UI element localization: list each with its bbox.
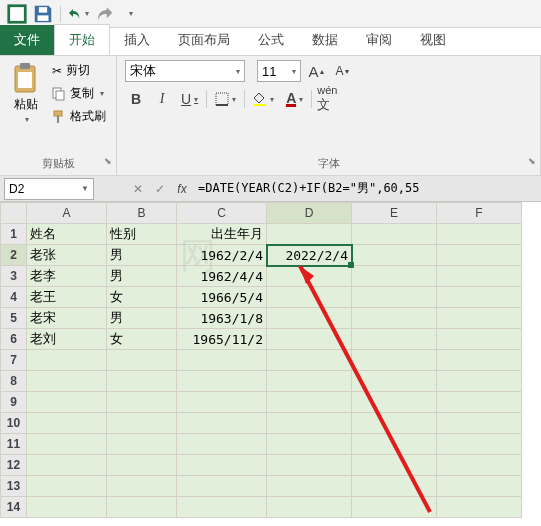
cell-E14[interactable] bbox=[352, 497, 437, 518]
cell-F6[interactable] bbox=[437, 329, 522, 350]
cell-F12[interactable] bbox=[437, 455, 522, 476]
cell-C12[interactable] bbox=[177, 455, 267, 476]
cell-A5[interactable]: 老宋 bbox=[27, 308, 107, 329]
font-name-select[interactable]: 宋体▾ bbox=[125, 60, 245, 82]
col-header-B[interactable]: B bbox=[107, 203, 177, 224]
cell-A4[interactable]: 老王 bbox=[27, 287, 107, 308]
cell-D12[interactable] bbox=[267, 455, 352, 476]
cell-C6[interactable]: 1965/11/2 bbox=[177, 329, 267, 350]
redo-icon[interactable] bbox=[93, 3, 115, 25]
cell-B7[interactable] bbox=[107, 350, 177, 371]
row-header-10[interactable]: 10 bbox=[1, 413, 27, 434]
col-header-E[interactable]: E bbox=[352, 203, 437, 224]
qat-customize-icon[interactable]: ▾ bbox=[119, 3, 141, 25]
cell-E6[interactable] bbox=[352, 329, 437, 350]
paste-button[interactable]: 粘贴 ▾ bbox=[8, 60, 44, 127]
cell-E2[interactable] bbox=[352, 245, 437, 266]
col-header-F[interactable]: F bbox=[437, 203, 522, 224]
cell-A9[interactable] bbox=[27, 392, 107, 413]
cell-A13[interactable] bbox=[27, 476, 107, 497]
cell-E3[interactable] bbox=[352, 266, 437, 287]
cell-B10[interactable] bbox=[107, 413, 177, 434]
cell-F8[interactable] bbox=[437, 371, 522, 392]
cell-D10[interactable] bbox=[267, 413, 352, 434]
cell-D2[interactable]: 2022/2/4 bbox=[267, 245, 352, 266]
tab-view[interactable]: 视图 bbox=[406, 25, 460, 55]
tab-page-layout[interactable]: 页面布局 bbox=[164, 25, 244, 55]
save-icon[interactable] bbox=[32, 3, 54, 25]
cell-C9[interactable] bbox=[177, 392, 267, 413]
cell-E8[interactable] bbox=[352, 371, 437, 392]
fx-icon[interactable]: fx bbox=[172, 179, 192, 199]
cell-D14[interactable] bbox=[267, 497, 352, 518]
cell-A6[interactable]: 老刘 bbox=[27, 329, 107, 350]
clipboard-expand-icon[interactable]: ⬊ bbox=[104, 156, 112, 166]
cell-F13[interactable] bbox=[437, 476, 522, 497]
cell-D4[interactable] bbox=[267, 287, 352, 308]
cut-button[interactable]: ✂剪切 bbox=[50, 60, 108, 81]
cell-C3[interactable]: 1962/4/4 bbox=[177, 266, 267, 287]
cell-C8[interactable] bbox=[177, 371, 267, 392]
cell-A3[interactable]: 老李 bbox=[27, 266, 107, 287]
cell-A10[interactable] bbox=[27, 413, 107, 434]
cell-D6[interactable] bbox=[267, 329, 352, 350]
cell-B9[interactable] bbox=[107, 392, 177, 413]
col-header-D[interactable]: D bbox=[267, 203, 352, 224]
cell-C4[interactable]: 1966/5/4 bbox=[177, 287, 267, 308]
tab-insert[interactable]: 插入 bbox=[110, 25, 164, 55]
cell-B13[interactable] bbox=[107, 476, 177, 497]
cell-D8[interactable] bbox=[267, 371, 352, 392]
cell-A1[interactable]: 姓名 bbox=[27, 224, 107, 245]
cell-E13[interactable] bbox=[352, 476, 437, 497]
cell-B2[interactable]: 男 bbox=[107, 245, 177, 266]
enter-formula-icon[interactable]: ✓ bbox=[150, 179, 170, 199]
cell-E4[interactable] bbox=[352, 287, 437, 308]
cell-C1[interactable]: 出生年月 bbox=[177, 224, 267, 245]
cell-B6[interactable]: 女 bbox=[107, 329, 177, 350]
cell-B11[interactable] bbox=[107, 434, 177, 455]
phonetic-button[interactable]: wén文 bbox=[316, 88, 338, 110]
cell-D5[interactable] bbox=[267, 308, 352, 329]
cell-F14[interactable] bbox=[437, 497, 522, 518]
cell-C7[interactable] bbox=[177, 350, 267, 371]
cell-F3[interactable] bbox=[437, 266, 522, 287]
cell-E5[interactable] bbox=[352, 308, 437, 329]
cell-C13[interactable] bbox=[177, 476, 267, 497]
row-header-3[interactable]: 3 bbox=[1, 266, 27, 287]
cell-C5[interactable]: 1963/1/8 bbox=[177, 308, 267, 329]
row-header-1[interactable]: 1 bbox=[1, 224, 27, 245]
font-color-button[interactable]: A▾ bbox=[282, 88, 307, 110]
bold-button[interactable]: B bbox=[125, 88, 147, 110]
row-header-7[interactable]: 7 bbox=[1, 350, 27, 371]
cell-A2[interactable]: 老张 bbox=[27, 245, 107, 266]
cell-F1[interactable] bbox=[437, 224, 522, 245]
row-header-12[interactable]: 12 bbox=[1, 455, 27, 476]
italic-button[interactable]: I bbox=[151, 88, 173, 110]
tab-formulas[interactable]: 公式 bbox=[244, 25, 298, 55]
cell-E1[interactable] bbox=[352, 224, 437, 245]
cell-C14[interactable] bbox=[177, 497, 267, 518]
row-header-6[interactable]: 6 bbox=[1, 329, 27, 350]
cell-F11[interactable] bbox=[437, 434, 522, 455]
copy-button[interactable]: 复制▾ bbox=[50, 83, 108, 104]
border-button[interactable]: ▾ bbox=[211, 88, 240, 110]
fill-color-button[interactable]: ▾ bbox=[249, 88, 278, 110]
cell-D13[interactable] bbox=[267, 476, 352, 497]
grow-font-button[interactable]: A▴ bbox=[305, 60, 327, 82]
cell-B5[interactable]: 男 bbox=[107, 308, 177, 329]
cell-D1[interactable] bbox=[267, 224, 352, 245]
cell-D3[interactable] bbox=[267, 266, 352, 287]
format-painter-button[interactable]: 格式刷 bbox=[50, 106, 108, 127]
tab-file[interactable]: 文件 bbox=[0, 25, 54, 55]
cell-F5[interactable] bbox=[437, 308, 522, 329]
col-header-A[interactable]: A bbox=[27, 203, 107, 224]
cancel-formula-icon[interactable]: ✕ bbox=[128, 179, 148, 199]
cell-E10[interactable] bbox=[352, 413, 437, 434]
tab-review[interactable]: 审阅 bbox=[352, 25, 406, 55]
cell-C2[interactable]: 1962/2/4 bbox=[177, 245, 267, 266]
select-all-corner[interactable] bbox=[1, 203, 27, 224]
cell-C11[interactable] bbox=[177, 434, 267, 455]
cell-A14[interactable] bbox=[27, 497, 107, 518]
cell-C10[interactable] bbox=[177, 413, 267, 434]
row-header-11[interactable]: 11 bbox=[1, 434, 27, 455]
